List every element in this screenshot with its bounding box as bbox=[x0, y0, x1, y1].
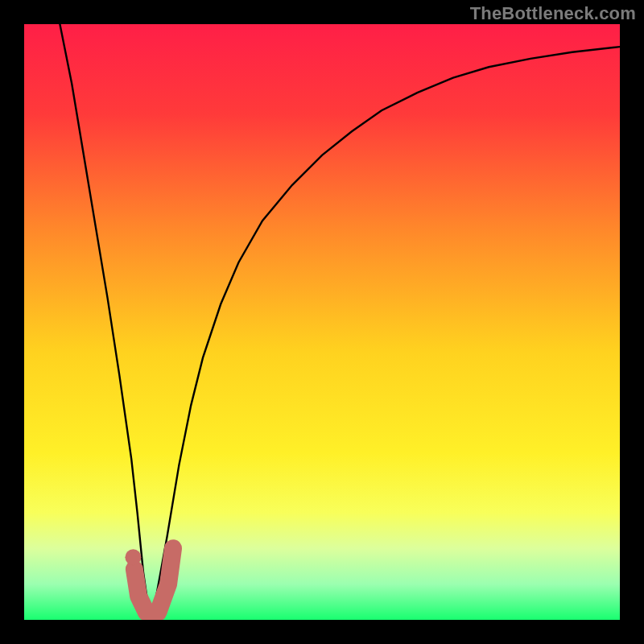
plot-area bbox=[24, 24, 620, 620]
bottleneck-chart bbox=[24, 24, 620, 620]
optimal-marker-dot bbox=[125, 549, 141, 565]
gradient-background bbox=[24, 24, 620, 620]
chart-frame: TheBottleneck.com bbox=[0, 0, 644, 644]
watermark-label: TheBottleneck.com bbox=[470, 3, 636, 24]
